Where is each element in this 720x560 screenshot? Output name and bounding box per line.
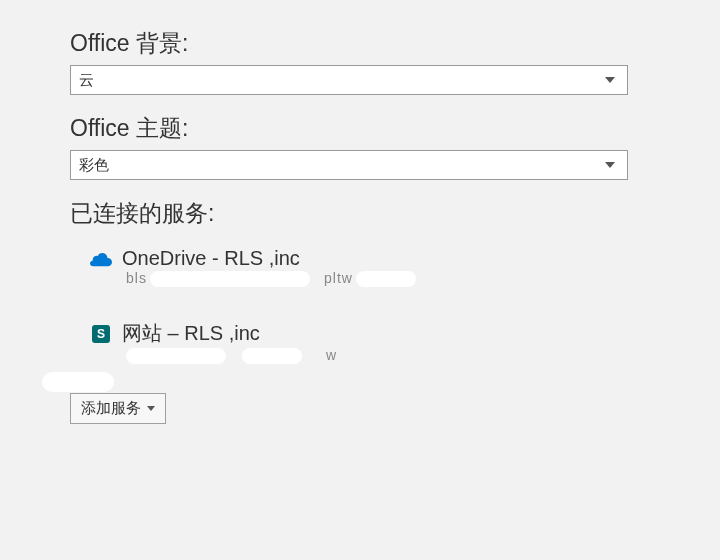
subtext-fragment-right: w [326, 347, 337, 363]
onedrive-icon [90, 248, 112, 270]
office-theme-dropdown[interactable]: 彩色 [70, 150, 628, 180]
redaction-mark [242, 348, 302, 364]
service-subtext: w [126, 347, 570, 369]
redaction-mark [356, 271, 416, 287]
office-background-value: 云 [79, 71, 605, 90]
office-theme-label: Office 主题: [70, 113, 570, 144]
office-background-dropdown[interactable]: 云 [70, 65, 628, 95]
redaction-mark [150, 271, 310, 287]
redaction-mark [42, 372, 114, 392]
chevron-down-icon [605, 77, 615, 83]
service-item-sharepoint: S 网站 – RLS ,inc w [90, 320, 570, 369]
connected-services-label: 已连接的服务: [70, 198, 570, 229]
office-theme-value: 彩色 [79, 156, 605, 175]
subtext-fragment-left: bls [126, 270, 147, 286]
service-header: OneDrive - RLS ,inc [90, 247, 570, 270]
service-item-onedrive: OneDrive - RLS ,inc bls pltw [90, 247, 570, 292]
sharepoint-tile-letter: S [92, 325, 110, 343]
chevron-down-icon [605, 162, 615, 168]
redaction-mark [126, 348, 226, 364]
add-service-button[interactable]: 添加服务 [70, 393, 166, 424]
chevron-down-icon [147, 406, 155, 411]
service-header: S 网站 – RLS ,inc [90, 320, 570, 347]
service-title: 网站 – RLS ,inc [122, 320, 260, 347]
office-background-label: Office 背景: [70, 28, 570, 59]
subtext-fragment-right: pltw [324, 270, 353, 286]
office-settings-panel: Office 背景: 云 Office 主题: 彩色 已连接的服务: OneDr… [0, 0, 570, 424]
service-title: OneDrive - RLS ,inc [122, 247, 300, 270]
add-service-label: 添加服务 [81, 399, 141, 418]
service-subtext: bls pltw [126, 270, 570, 292]
sharepoint-icon: S [90, 323, 112, 345]
